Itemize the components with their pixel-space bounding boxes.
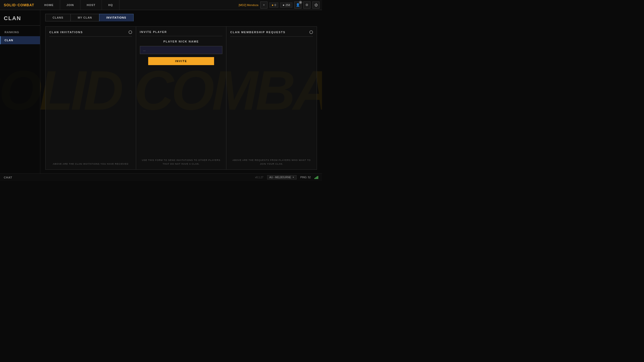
ping-label-text: PING: — [300, 176, 307, 179]
clan-membership-requests-panel: CLAN MEMBERSHIP REQUESTS ABOVE ARE THE R… — [226, 26, 317, 170]
sidebar: CLAN RANKING CLAN — [0, 10, 40, 173]
clan-membership-requests-title: CLAN MEMBERSHIP REQUESTS — [230, 31, 286, 34]
server-name: AU - MELBOURNE — [269, 176, 291, 179]
invite-player-desc: USE THIS FORM TO SEND INVITATIONS TO OTH… — [140, 156, 223, 166]
gold-currency: ● 0 — [269, 3, 278, 8]
chevron-down-icon: ▼ — [292, 176, 294, 178]
gold-amount: 0 — [274, 4, 276, 7]
status-bar: CHAT v0.1.27 AU - MELBOURNE ▼ PING: 52 — [0, 173, 322, 181]
profile-badge: 0 — [299, 1, 302, 4]
ping-bar-4 — [317, 176, 318, 179]
tab-my-clan[interactable]: MY CLAN — [70, 14, 99, 21]
user-info: [MDZ] Mendoza — [239, 4, 258, 7]
invite-player-header: INVITE PLAYER — [140, 30, 223, 36]
sidebar-item-clan[interactable]: CLAN — [0, 36, 40, 44]
invite-player-panel: INVITE PLAYER PLAYER NICK NAME INVITE US… — [136, 26, 227, 170]
top-navigation: SOLID·COMBAT HOME JOIN HOST HQ [MDZ] Men… — [0, 0, 322, 10]
clan-invitations-indicator — [129, 30, 132, 34]
logo-part2: COMBAT — [18, 3, 34, 7]
ping-bars-icon — [314, 176, 318, 179]
clan-membership-requests-indicator — [309, 30, 313, 34]
tab-invitations[interactable]: INVITATIONS — [99, 14, 134, 21]
clan-invitations-header: CLAN INVITATIONS — [49, 30, 132, 37]
content-area: CLANS MY CLAN INVITATIONS CLAN INVITATIO… — [40, 10, 322, 173]
player-nick-name-label: PLAYER NICK NAME — [164, 40, 199, 43]
user-name: Mendoza — [247, 4, 258, 7]
nav-home[interactable]: HOME — [38, 0, 60, 10]
sidebar-title: CLAN — [0, 14, 40, 26]
profile-button[interactable]: 👤 0 — [294, 2, 301, 9]
logo-part1: SOLID — [4, 3, 16, 7]
clan-invitations-title: CLAN INVITATIONS — [49, 31, 83, 34]
nav-host[interactable]: HOST — [80, 0, 102, 10]
silver-icon: ● — [283, 3, 284, 7]
settings-button[interactable]: ⚙ — [303, 2, 310, 9]
power-button[interactable]: ⏻ — [312, 2, 319, 9]
version-text: v0.1.27 — [255, 176, 263, 179]
clan-membership-requests-header: CLAN MEMBERSHIP REQUESTS — [230, 30, 313, 37]
ping-label: PING: 52 — [300, 176, 311, 179]
logo: SOLID·COMBAT — [0, 0, 38, 10]
nav-items: HOME JOIN HOST HQ — [38, 0, 119, 10]
player-nick-name-input[interactable] — [140, 46, 223, 54]
add-button[interactable]: + — [260, 2, 267, 9]
tab-bar: CLANS MY CLAN INVITATIONS — [45, 14, 317, 21]
silver-amount: 258 — [286, 4, 290, 7]
nav-hq[interactable]: HQ — [102, 0, 119, 10]
three-column-panel: CLAN INVITATIONS ABOVE ARE THE CLAN INVI… — [45, 26, 317, 170]
sidebar-item-ranking[interactable]: RANKING — [0, 28, 40, 36]
nav-right: [MDZ] Mendoza + ● 0 ● 258 👤 0 ⚙ ⏻ — [236, 2, 322, 9]
invite-form: PLAYER NICK NAME INVITE — [140, 40, 223, 65]
clan-invitations-desc: ABOVE ARE THE CLAN INVITATIONS YOU HAVE … — [49, 160, 132, 166]
clan-invitations-panel: CLAN INVITATIONS ABOVE ARE THE CLAN INVI… — [45, 26, 136, 170]
status-right: v0.1.27 AU - MELBOURNE ▼ PING: 52 — [255, 175, 318, 179]
main-layout: CLAN RANKING CLAN CLANS MY CLAN INVITATI… — [0, 10, 322, 173]
logo-text: SOLID·COMBAT — [4, 3, 34, 7]
clan-membership-requests-desc: ABOVE ARE THE REQUESTS FROM PLAYERS WHO … — [230, 156, 313, 166]
ping-value: 52 — [308, 176, 311, 179]
ping-bar-1 — [314, 178, 315, 179]
ping-bar-3 — [316, 176, 317, 179]
tab-clans[interactable]: CLANS — [45, 14, 71, 21]
ping-bar-2 — [315, 177, 316, 179]
invite-player-title: INVITE PLAYER — [140, 30, 167, 33]
gold-icon: ● — [272, 3, 273, 7]
nav-join[interactable]: JOIN — [60, 0, 80, 10]
logo-separator: · — [16, 3, 17, 7]
user-tag: [MDZ] — [239, 4, 246, 7]
invite-button[interactable]: INVITE — [148, 57, 214, 65]
silver-currency: ● 258 — [280, 3, 292, 8]
chat-label[interactable]: CHAT — [4, 176, 12, 179]
server-select[interactable]: AU - MELBOURNE ▼ — [267, 175, 297, 179]
